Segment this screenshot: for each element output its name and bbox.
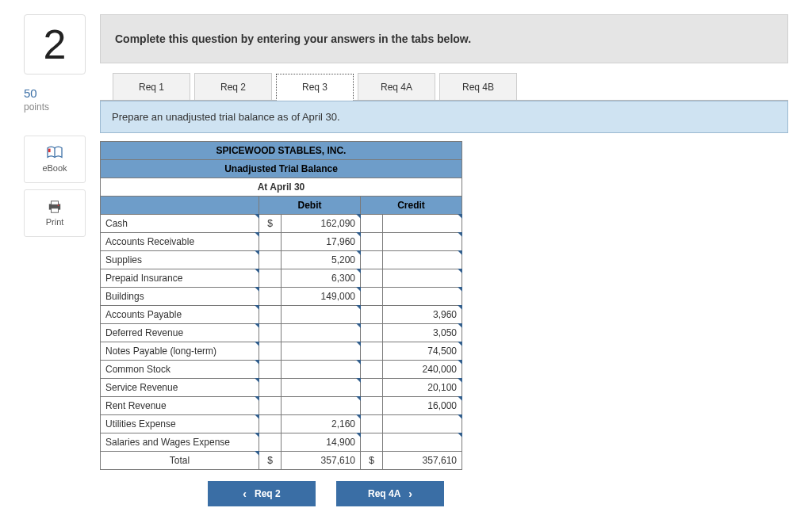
account-cell[interactable]: Accounts Receivable xyxy=(101,233,259,251)
tab-req3[interactable]: Req 3 xyxy=(276,74,354,101)
debit-currency xyxy=(259,324,282,342)
credit-cell[interactable]: 20,100 xyxy=(383,379,462,397)
credit-currency xyxy=(361,269,383,288)
prev-button[interactable]: ‹ Req 2 xyxy=(208,481,316,506)
credit-cell[interactable]: 3,050 xyxy=(383,324,462,342)
debit-currency xyxy=(259,251,282,269)
credit-currency xyxy=(361,306,383,324)
debit-currency xyxy=(259,233,282,251)
svg-rect-4 xyxy=(52,208,59,212)
col-debit: Debit xyxy=(259,197,361,215)
credit-currency xyxy=(361,379,383,397)
credit-currency xyxy=(361,215,383,233)
credit-cell[interactable]: 3,960 xyxy=(383,306,462,324)
debit-cell[interactable]: 17,960 xyxy=(282,233,361,251)
next-label: Req 4A xyxy=(368,488,400,499)
credit-currency xyxy=(361,233,383,251)
prev-label: Req 2 xyxy=(255,488,281,499)
credit-currency xyxy=(361,397,383,415)
credit-cell[interactable]: 74,500 xyxy=(383,342,462,361)
credit-cell[interactable] xyxy=(383,215,462,233)
tab-req1[interactable]: Req 1 xyxy=(113,73,190,100)
report-title: Unadjusted Trial Balance xyxy=(101,160,462,178)
account-cell[interactable]: Common Stock xyxy=(101,361,259,379)
account-cell[interactable]: Rent Revenue xyxy=(101,397,259,415)
credit-cell[interactable] xyxy=(383,233,462,251)
debit-currency: $ xyxy=(259,215,282,233)
ebook-button[interactable]: eBook xyxy=(24,136,86,183)
debit-currency xyxy=(259,306,282,324)
question-number: 2 xyxy=(24,14,86,74)
debit-cell[interactable] xyxy=(282,342,361,361)
credit-currency xyxy=(361,251,383,269)
debit-currency xyxy=(259,397,282,415)
credit-cell[interactable]: 240,000 xyxy=(383,361,462,379)
total-credit-currency: $ xyxy=(361,452,383,470)
account-cell[interactable]: Cash xyxy=(101,215,259,233)
credit-currency xyxy=(361,342,383,361)
debit-currency xyxy=(259,269,282,288)
debit-currency xyxy=(259,361,282,379)
account-cell[interactable]: Utilities Expense xyxy=(101,415,259,433)
svg-rect-3 xyxy=(52,201,59,204)
credit-currency xyxy=(361,433,383,452)
debit-cell[interactable]: 5,200 xyxy=(282,251,361,269)
points-block: 50 points xyxy=(24,86,86,113)
tabs-bar: Req 1 Req 2 Req 3 Req 4A Req 4B xyxy=(100,73,788,101)
credit-currency xyxy=(361,324,383,342)
debit-currency xyxy=(259,288,282,306)
debit-cell[interactable]: 149,000 xyxy=(282,288,361,306)
debit-cell[interactable] xyxy=(282,379,361,397)
debit-cell[interactable] xyxy=(282,324,361,342)
debit-currency xyxy=(259,379,282,397)
credit-cell[interactable] xyxy=(383,433,462,452)
asof-header: At April 30 xyxy=(101,178,462,197)
account-cell[interactable]: Service Revenue xyxy=(101,379,259,397)
account-cell[interactable]: Supplies xyxy=(101,251,259,269)
debit-currency xyxy=(259,342,282,361)
credit-currency xyxy=(361,415,383,433)
col-account xyxy=(101,197,259,215)
debit-cell[interactable]: 6,300 xyxy=(282,269,361,288)
debit-cell[interactable]: 162,090 xyxy=(282,215,361,233)
tab-req4b[interactable]: Req 4B xyxy=(439,73,517,100)
chevron-right-icon: › xyxy=(408,487,412,500)
chevron-left-icon: ‹ xyxy=(243,487,247,500)
trial-balance-table: SPICEWOOD STABLES, INC. Unadjusted Trial… xyxy=(100,141,462,470)
debit-cell[interactable] xyxy=(282,306,361,324)
account-cell[interactable]: Notes Payable (long-term) xyxy=(101,342,259,361)
next-button[interactable]: Req 4A › xyxy=(336,481,444,506)
tab-req4a[interactable]: Req 4A xyxy=(358,73,435,100)
company-header: SPICEWOOD STABLES, INC. xyxy=(101,142,462,160)
print-label: Print xyxy=(46,217,64,227)
total-debit: 357,610 xyxy=(282,452,361,470)
account-cell[interactable]: Accounts Payable xyxy=(101,306,259,324)
credit-currency xyxy=(361,361,383,379)
credit-cell[interactable] xyxy=(383,415,462,433)
credit-cell[interactable] xyxy=(383,269,462,288)
credit-cell[interactable] xyxy=(383,288,462,306)
debit-cell[interactable]: 2,160 xyxy=(282,415,361,433)
svg-rect-1 xyxy=(48,149,51,153)
debit-cell[interactable] xyxy=(282,361,361,379)
tab-req2[interactable]: Req 2 xyxy=(194,73,272,100)
total-label: Total xyxy=(101,452,259,470)
credit-currency xyxy=(361,288,383,306)
credit-cell[interactable] xyxy=(383,251,462,269)
account-cell[interactable]: Prepaid Insurance xyxy=(101,269,259,288)
printer-icon xyxy=(46,200,63,214)
col-credit: Credit xyxy=(361,197,462,215)
book-icon xyxy=(46,146,63,160)
credit-cell[interactable]: 16,000 xyxy=(383,397,462,415)
debit-cell[interactable]: 14,900 xyxy=(282,433,361,452)
total-credit: 357,610 xyxy=(383,452,462,470)
step-prompt: Prepare an unadjusted trial balance as o… xyxy=(100,101,788,133)
debit-cell[interactable] xyxy=(282,397,361,415)
account-cell[interactable]: Deferred Revenue xyxy=(101,324,259,342)
instruction-banner: Complete this question by entering your … xyxy=(100,14,788,63)
debit-currency xyxy=(259,415,282,433)
points-value: 50 xyxy=(24,86,86,101)
print-button[interactable]: Print xyxy=(24,189,86,237)
account-cell[interactable]: Buildings xyxy=(101,288,259,306)
account-cell[interactable]: Salaries and Wages Expense xyxy=(101,433,259,452)
